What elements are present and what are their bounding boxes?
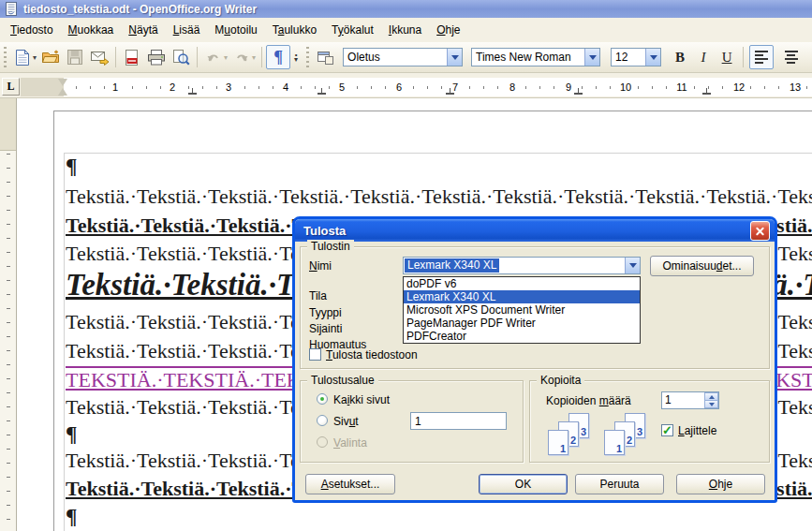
- close-icon[interactable]: [750, 221, 770, 241]
- print-button[interactable]: [144, 45, 169, 69]
- ruler-number: 6: [393, 81, 405, 94]
- formatting-marks-button[interactable]: ¶: [266, 45, 290, 69]
- printer-option[interactable]: Microsoft XPS Document Writer: [404, 303, 640, 317]
- document-area[interactable]: ¶ Tekstiä.·Tekstiä.·Tekstiä.·Tekstiä.·Te…: [0, 98, 812, 531]
- properties-button[interactable]: Ominaisuudet...: [650, 256, 754, 276]
- tab-stop-marker: [446, 90, 454, 95]
- save-button[interactable]: [63, 45, 87, 69]
- printer-combo-dropdown-icon[interactable]: [625, 258, 640, 273]
- pages-radio[interactable]: [317, 415, 328, 426]
- printer-dropdown-list: doPDF v6 Lexmark X340 XL Microsoft XPS D…: [403, 276, 641, 344]
- print-to-file-checkbox[interactable]: [309, 348, 321, 361]
- page-preview-button[interactable]: [169, 45, 193, 69]
- menu-nayta[interactable]: Näytä: [121, 20, 165, 40]
- new-document-button[interactable]: [10, 45, 35, 69]
- menu-tyokalut[interactable]: Työkalut: [324, 20, 381, 40]
- ruler-number: 3: [223, 81, 234, 94]
- redo-dropdown-arrow[interactable]: ▾: [252, 53, 256, 62]
- printer-option[interactable]: PageManager PDF Writer: [404, 317, 640, 330]
- bold-button[interactable]: B: [670, 47, 690, 67]
- undo-dropdown-arrow[interactable]: ▾: [224, 53, 228, 62]
- align-left-icon: [755, 50, 768, 65]
- ruler-number: 12: [731, 81, 747, 94]
- paragraph-style-combo[interactable]: Oletus: [343, 48, 463, 66]
- menu-muokkaa[interactable]: Muokkaa: [61, 20, 122, 40]
- printer-option-selected[interactable]: Lexmark X340 XL: [404, 290, 640, 303]
- open-button[interactable]: [38, 45, 63, 69]
- align-center-button[interactable]: [779, 45, 804, 69]
- redo-icon: [233, 50, 250, 65]
- printer-group-label: Tulostin: [307, 240, 354, 253]
- print-dialog-title: Tulosta: [303, 224, 750, 238]
- doc-line[interactable]: ¶: [66, 153, 812, 181]
- tab-stop-marker: [574, 90, 583, 95]
- new-document-dropdown-arrow[interactable]: ▾: [33, 53, 37, 62]
- collate-icon: 3 2 1: [548, 413, 597, 458]
- window-title: tiedosto_tekstia.odt - OpenOffice.org Wr…: [23, 3, 257, 16]
- toolbar-separator: [743, 47, 744, 67]
- menu-taulukko[interactable]: Taulukko: [265, 20, 324, 40]
- collate-icon: 3 2 1: [604, 413, 653, 458]
- app-icon: [5, 2, 19, 16]
- formatting-toolbar-grip[interactable]: [305, 47, 310, 67]
- undo-button[interactable]: [201, 45, 226, 69]
- copies-count-spinner[interactable]: 1: [661, 391, 719, 409]
- style-combo-dropdown-icon[interactable]: [447, 49, 462, 66]
- ok-button[interactable]: OK: [479, 474, 568, 494]
- options-button[interactable]: Asetukset...: [305, 474, 395, 494]
- print-dialog-title-bar[interactable]: Tulosta: [295, 219, 775, 242]
- page-left-edge: [53, 111, 54, 531]
- printer-status-label: Tila: [309, 289, 327, 302]
- align-center-icon: [785, 50, 798, 65]
- font-name-combo[interactable]: Times New Roman: [471, 48, 600, 66]
- all-pages-radio[interactable]: [317, 393, 328, 405]
- printer-option[interactable]: PDFCreator: [404, 330, 640, 343]
- cancel-button[interactable]: Peruuta: [575, 474, 664, 494]
- size-combo-dropdown-icon[interactable]: [645, 49, 660, 66]
- all-pages-label[interactable]: Kaikki sivut: [333, 393, 390, 406]
- pages-label[interactable]: Sivut: [333, 415, 359, 428]
- toolbar-separator: [197, 47, 198, 67]
- help-button[interactable]: Ohje: [676, 474, 765, 494]
- vertical-ruler-margin: [0, 98, 16, 151]
- copies-count-label: Kopioiden määrä: [546, 394, 631, 407]
- pages-input[interactable]: [410, 412, 507, 430]
- menu-bar: Tiedosto Muokkaa Näytä Lisää Muotoilu Ta…: [0, 18, 812, 42]
- indent-marker[interactable]: [58, 79, 67, 96]
- save-icon: [66, 49, 83, 66]
- spinner-down-icon[interactable]: [704, 400, 718, 408]
- styles-button[interactable]: [313, 45, 337, 69]
- font-combo-dropdown-icon[interactable]: [584, 49, 599, 66]
- horizontal-ruler[interactable]: 1 2 3 4 5 6 7 8 9 10 11 12 13: [21, 78, 812, 96]
- redo-button[interactable]: [229, 45, 254, 69]
- collate-label[interactable]: Lajittele: [678, 424, 716, 437]
- printer-option[interactable]: doPDF v6: [404, 277, 640, 290]
- vertical-ruler[interactable]: [0, 98, 17, 531]
- doc-line[interactable]: Tekstiä.·Tekstiä.·Tekstiä.·Tekstiä.·Teks…: [66, 183, 812, 211]
- undo-icon: [205, 50, 222, 65]
- check-icon: ✓: [662, 425, 672, 435]
- menu-lisaa[interactable]: Lisää: [166, 20, 208, 40]
- export-pdf-button[interactable]: [120, 45, 144, 69]
- doc-line[interactable]: ¶: [66, 503, 812, 531]
- menu-ikkuna[interactable]: Ikkuna: [381, 20, 429, 40]
- collate-checkbox[interactable]: ✓: [661, 424, 673, 436]
- menu-ohje[interactable]: Ohje: [429, 20, 467, 40]
- email-document-button[interactable]: [87, 45, 111, 69]
- toolbar-options-button[interactable]: •▾: [294, 52, 298, 62]
- printer-name-combo[interactable]: Lexmark X340 XL: [403, 257, 641, 274]
- tab-type-selector[interactable]: L: [2, 78, 20, 96]
- italic-button[interactable]: I: [693, 47, 714, 67]
- toolbar-grip[interactable]: [3, 47, 7, 67]
- underline-button[interactable]: U: [716, 47, 737, 67]
- open-folder-icon: [41, 50, 60, 65]
- print-dialog: Tulosta Tulostin Nimi Lexmark X340 XL Om…: [292, 216, 777, 503]
- align-left-button[interactable]: [749, 45, 774, 69]
- menu-tiedosto[interactable]: Tiedosto: [3, 20, 61, 40]
- tab-stop-marker: [317, 90, 326, 95]
- printer-type-label: Tyyppi: [309, 306, 342, 319]
- export-pdf-icon: [125, 49, 140, 66]
- spinner-up-icon[interactable]: [704, 392, 718, 400]
- menu-muotoilu[interactable]: Muotoilu: [207, 20, 264, 40]
- font-size-combo[interactable]: 12: [611, 48, 661, 66]
